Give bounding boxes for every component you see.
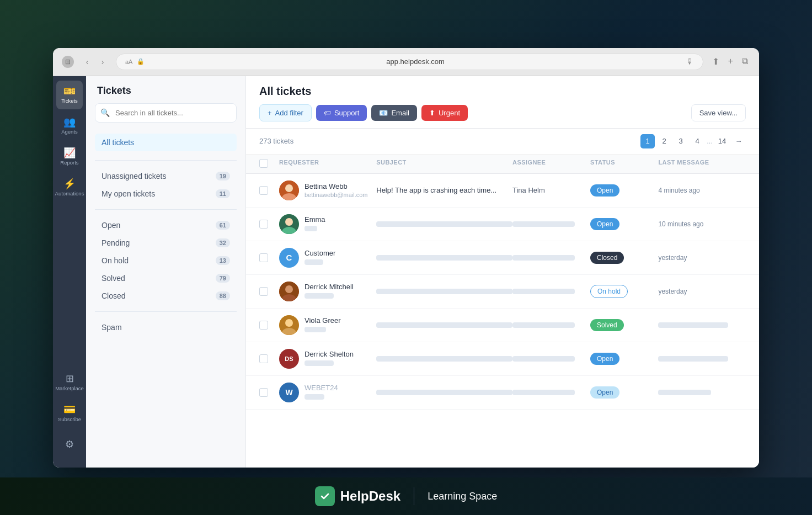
nav-pending[interactable]: Pending 32 [95,234,237,252]
last-msg-cell-4: yesterday [658,288,746,295]
row-checkbox-7[interactable] [259,388,268,397]
subject-cell-1: Help! The app is crashing each time... [376,186,512,194]
page-title: All tickets [259,85,746,98]
row-checkbox-5[interactable] [259,321,268,330]
skeleton-email-3 [304,259,323,265]
sidebar-item-marketplace[interactable]: ⊞ Marketplace [56,368,83,397]
row-checkbox-6[interactable] [259,354,268,363]
page-next-button[interactable]: → [731,134,746,148]
requester-name-6: Derrick Shelton [304,350,354,358]
sidebar-item-reports[interactable]: 📈 Reports [56,142,83,171]
email-icon: 📧 [379,109,388,117]
row-checkbox-2[interactable] [259,220,268,229]
forward-button[interactable]: › [96,55,109,68]
skeleton-assignee-7 [512,390,575,395]
table-row[interactable]: Bettina Webb bettinawebb@mail.com Help! … [246,174,759,208]
new-tab-icon[interactable]: + [726,54,735,69]
skeleton-assignee-5 [512,322,575,328]
add-filter-label: Add filter [275,109,303,117]
skeleton-subject-5 [376,322,512,328]
table-row[interactable]: Viola Greer Solved [246,309,759,342]
nav-unassigned[interactable]: Unassigned tickets 19 [95,167,237,185]
all-tickets-label: All tickets [101,138,134,147]
row-checkbox-3[interactable] [259,253,268,262]
sidebar-item-settings[interactable]: ⚙ [56,430,83,459]
pending-count: 32 [216,238,230,247]
skeleton-email-6 [304,360,334,366]
browser-nav: ‹ › [81,55,109,68]
nav-my-open[interactable]: My open tickets 11 [95,185,237,203]
last-msg-cell-2: 10 minutes ago [658,220,746,228]
requester-name-7: WEBET24 [304,384,338,392]
sidebar-item-tickets[interactable]: 🎫 Tickets [56,81,83,109]
page-4-button[interactable]: 4 [690,134,704,148]
nav-on-hold[interactable]: On hold 13 [95,252,237,269]
footer-logo: HelpDesk [315,486,400,506]
row-check-4 [259,287,279,296]
table-row[interactable]: C Customer Closed ye [246,241,759,275]
solved-count: 79 [216,274,230,283]
sidebar-item-agents[interactable]: 👥 Agents [56,112,83,140]
header-last-message: LAST MESSAGE [658,159,746,169]
copy-icon[interactable]: ⧉ [740,54,750,69]
checkmark-icon [319,490,331,502]
my-open-label: My open tickets [101,189,155,198]
table-row[interactable]: Derrick Mitchell On hold yesterday [246,275,759,309]
sidebar-item-automations[interactable]: ⚡ Automations [56,173,83,202]
nav-solved[interactable]: Solved 79 [95,269,237,287]
pending-label: Pending [101,238,130,247]
add-filter-button[interactable]: + Add filter [259,104,312,121]
footer-divider [414,487,414,505]
avatar-7: W [279,383,299,402]
support-filter-button[interactable]: 🏷 Support [316,105,367,121]
skeleton-lastmsg-6 [658,356,728,362]
requester-name-1: Bettina Webb [304,182,368,190]
group-1: Unassigned tickets 19 My open tickets 11 [86,165,245,205]
mic-icon[interactable]: 🎙 [686,57,694,66]
address-bar[interactable]: aA 🔒 app.helpdesk.com 🎙 [116,54,703,70]
nav-open[interactable]: Open 61 [95,216,237,234]
row-checkbox-4[interactable] [259,287,268,296]
nav-closed[interactable]: Closed 88 [95,287,237,305]
status-cell-6: Open [590,353,658,365]
requester-email-1: bettinawebb@mail.com [304,192,368,198]
skeleton-assignee-6 [512,356,575,362]
page-2-button[interactable]: 2 [657,134,671,148]
subject-cell-2 [376,220,512,228]
main-header: All tickets + Add filter 🏷 Support 📧 Ema… [246,76,759,129]
page-1-button[interactable]: 1 [640,134,655,148]
select-all-checkbox[interactable] [259,159,268,168]
app-container: 🎫 Tickets 👥 Agents 📈 Reports ⚡ Automatio… [53,76,759,468]
assignee-cell-3 [512,254,590,262]
table-row[interactable]: W WEBET24 Open [246,376,759,410]
nav-all-tickets[interactable]: All tickets [95,134,237,151]
avatar-3: C [279,248,299,268]
search-input[interactable] [95,103,237,123]
page-3-button[interactable]: 3 [674,134,688,148]
skeleton-assignee-3 [512,255,575,261]
subject-cell-3 [376,254,512,262]
skeleton-assignee-2 [512,221,575,227]
urgent-label: Urgent [439,109,460,117]
table-row[interactable]: DS Derrick Shelton Open [246,342,759,376]
on-hold-count: 13 [216,256,230,265]
back-button[interactable]: ‹ [81,55,94,68]
assignee-cell-7 [512,389,590,396]
table-row[interactable]: Emma Open 10 minutes ago [246,208,759,241]
urgent-filter-button[interactable]: ⬆ Urgent [421,105,468,121]
last-msg-cell-7 [658,389,746,396]
svg-point-1 [285,184,293,192]
svg-point-7 [285,285,293,293]
page-dots: ... [707,137,713,145]
sidebar-item-subscribe[interactable]: 💳 Subscribe [56,399,83,428]
row-checkbox-1[interactable] [259,186,268,195]
agents-label: Agents [61,129,78,135]
sidebar-toggle-btn[interactable]: ⊟ [62,56,74,68]
share-icon[interactable]: ⬆ [710,54,722,69]
browser-window: ⊟ ‹ › aA 🔒 app.helpdesk.com 🎙 ⬆ + ⧉ 🎫 Ti… [53,48,759,468]
nav-spam[interactable]: Spam [95,318,237,336]
email-filter-button[interactable]: 📧 Email [371,105,417,121]
page-last-button[interactable]: 14 [715,134,729,148]
save-view-button[interactable]: Save view... [691,104,746,121]
search-box: 🔍 [95,103,237,123]
